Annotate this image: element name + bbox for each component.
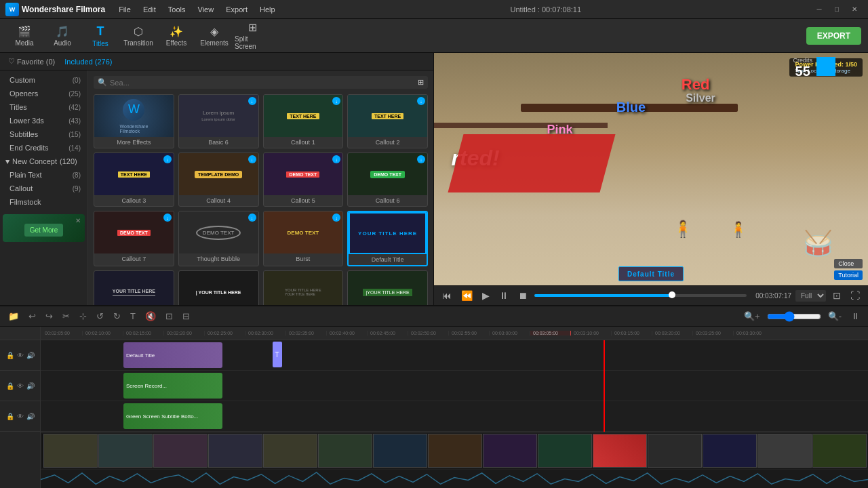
menu-help[interactable]: Help bbox=[254, 4, 281, 15]
thumb-lower-3[interactable]: YOUR TITLE HEREYOUR TITLE HERE bbox=[263, 270, 344, 305]
tool-transition[interactable]: ⬡ Transition bbox=[121, 21, 156, 51]
tl-split-clip[interactable]: ⊡ bbox=[163, 310, 176, 323]
thumb-more-effects[interactable]: W WondershareFilmstock More Effects bbox=[94, 94, 174, 148]
cat-plain-text[interactable]: Plain Text (8) bbox=[0, 168, 87, 182]
tool-media[interactable]: 🎬 Media bbox=[7, 21, 42, 51]
cat-custom[interactable]: Custom (0) bbox=[0, 73, 87, 87]
thumb-callout-4[interactable]: ↓ TEMPLATE DEMO Callout 4 bbox=[178, 152, 259, 207]
tl-zoom-in[interactable]: 🔍+ bbox=[741, 310, 763, 323]
track-eye-icon-2[interactable]: 👁 bbox=[17, 382, 24, 390]
cat-callout[interactable]: Callout (9) bbox=[0, 182, 87, 195]
tl-undo[interactable]: ↩ bbox=[26, 310, 39, 323]
thumbnail-grid: W WondershareFilmstock More Effects ↓ Lo… bbox=[94, 94, 428, 305]
clip-green-screen[interactable]: Green Screen Subtitle Botto... bbox=[123, 403, 222, 429]
cat-filmstock[interactable]: Filmstock bbox=[0, 195, 87, 209]
nav-included[interactable]: Included (276) bbox=[62, 56, 115, 67]
tl-redo[interactable]: ↪ bbox=[43, 310, 56, 323]
tl-add[interactable]: ⊹ bbox=[77, 310, 90, 323]
menu-tools[interactable]: Tools bbox=[163, 4, 191, 15]
track-lock-icon-2[interactable]: 🔒 bbox=[6, 382, 14, 390]
track-lock-icon-3[interactable]: 🔒 bbox=[6, 413, 14, 420]
nav-favorite[interactable]: ♡ Favorite (0) bbox=[5, 56, 58, 67]
progress-bar[interactable] bbox=[534, 294, 747, 297]
tl-text[interactable]: T bbox=[127, 310, 138, 323]
tutorial-button[interactable]: Tutorial bbox=[834, 270, 863, 280]
thumb-callout-7[interactable]: ↓ DEMO TEXT Callout 7 bbox=[94, 211, 174, 266]
ruler-mark: 00:03:30:00 bbox=[734, 331, 774, 336]
thumb-callout-5[interactable]: ↓ DEMO TEXT Callout 5 bbox=[263, 152, 344, 207]
ruler-marks-container: 00:02:05:00 00:02:10:00 00:02:15:00 00:0… bbox=[42, 331, 867, 336]
download-badge: ↓ bbox=[332, 97, 340, 105]
tool-effects[interactable]: ✨ Effects bbox=[159, 21, 194, 51]
grid-view-icon[interactable]: ⊞ bbox=[418, 78, 424, 87]
cat-lower3ds-count: (43) bbox=[68, 117, 81, 125]
tool-split-screen[interactable]: ⊞ Split Screen bbox=[235, 21, 270, 51]
thumb-callout-6[interactable]: ↓ DEMO TEXT Callout 6 bbox=[347, 152, 428, 207]
close-button[interactable]: ✕ bbox=[846, 3, 863, 16]
maximize-button[interactable]: □ bbox=[829, 3, 845, 16]
cat-openers[interactable]: Openers (25) bbox=[0, 87, 87, 100]
promo-close-button[interactable]: ✕ bbox=[75, 217, 81, 224]
clip-default-title[interactable]: Default Title bbox=[123, 342, 222, 368]
menu-edit[interactable]: Edit bbox=[138, 4, 161, 15]
play-button[interactable]: ▶ bbox=[479, 289, 492, 302]
tl-remove[interactable]: ⊟ bbox=[180, 310, 193, 323]
thumb-img-callout-6: ↓ DEMO TEXT bbox=[348, 153, 427, 195]
track-eye-icon-3[interactable]: 👁 bbox=[17, 413, 24, 420]
thumb-callout-1[interactable]: ↓ TEXT HERE Callout 1 bbox=[263, 94, 344, 148]
tool-audio[interactable]: 🎵 Audio bbox=[45, 21, 80, 51]
tl-repeat[interactable]: ↻ bbox=[111, 310, 123, 323]
ruler-mark: 00:02:05:00 bbox=[42, 331, 83, 336]
menu-view[interactable]: View bbox=[193, 4, 220, 15]
thumb-basic-6[interactable]: ↓ Lorem ipsumLorem ipsum dolor Basic 6 bbox=[178, 94, 259, 148]
track-audio-icon-2[interactable]: 🔊 bbox=[26, 382, 35, 390]
tl-mute[interactable]: 🔇 bbox=[142, 310, 159, 323]
thumb-lower-2[interactable]: | YOUR TITLE HERE bbox=[178, 270, 259, 305]
export-button[interactable]: EXPORT bbox=[806, 27, 861, 45]
cat-new-concept[interactable]: ▶ New Concept (120) bbox=[0, 155, 87, 168]
play-prev-button[interactable]: ⏪ bbox=[458, 289, 475, 302]
cat-subtitles[interactable]: Subtitles (15) bbox=[0, 127, 87, 141]
cat-end-credits[interactable]: End Credits (14) bbox=[0, 141, 87, 155]
cat-lower3ds[interactable]: Lower 3ds (43) bbox=[0, 114, 87, 127]
close-overlay-button[interactable]: Close bbox=[834, 259, 863, 268]
download-badge: ↓ bbox=[163, 155, 172, 163]
thumb-burst[interactable]: ↓ DEMO TEXT Burst bbox=[263, 211, 344, 266]
menu-export[interactable]: Export bbox=[220, 4, 253, 15]
skip-back-button[interactable]: ⏮ bbox=[439, 289, 454, 302]
track-eye-icon[interactable]: 👁 bbox=[17, 352, 24, 359]
thumb-lower-1[interactable]: YOUR TITLE HERE bbox=[94, 270, 174, 305]
fit-button[interactable]: ⊡ bbox=[830, 289, 844, 302]
tl-zoom-slider[interactable] bbox=[767, 311, 821, 322]
track-audio-icon-3[interactable]: 🔊 bbox=[26, 413, 35, 420]
clip-screen-record[interactable]: Screen Record... bbox=[123, 373, 222, 399]
tl-cut[interactable]: ✂ bbox=[60, 310, 73, 323]
timeline-tracks[interactable]: 00:02:05:00 00:02:10:00 00:02:15:00 00:0… bbox=[41, 327, 868, 488]
stop-button[interactable]: ⏹ bbox=[515, 289, 530, 302]
tl-loop[interactable]: ↺ bbox=[94, 310, 106, 323]
tool-titles[interactable]: T Titles bbox=[83, 21, 118, 51]
thumb-callout-2[interactable]: ↓ TEXT HERE Callout 2 bbox=[347, 94, 428, 148]
menu-file[interactable]: File bbox=[113, 4, 136, 15]
thumb-thought-bubble[interactable]: ↓ DEMO TEXT Thought Bubble bbox=[178, 211, 259, 266]
thumb-default-title[interactable]: YOUR TITLE HERE Default Title bbox=[347, 211, 428, 266]
thumb-callout-3[interactable]: ↓ TEXT HERE Callout 3 bbox=[94, 152, 174, 207]
track-lock-icon[interactable]: 🔒 bbox=[6, 352, 14, 359]
fullscreen-button[interactable]: ⛶ bbox=[848, 289, 863, 302]
cat-titles[interactable]: Titles (42) bbox=[0, 100, 87, 114]
thumb-img-thought-bubble: ↓ DEMO TEXT bbox=[179, 211, 258, 253]
tl-zoom-out[interactable]: 🔍- bbox=[825, 310, 844, 323]
tool-elements[interactable]: ◈ Elements bbox=[197, 21, 232, 51]
quality-select[interactable]: Full 1/2 1/4 bbox=[795, 290, 826, 302]
tl-play-controls[interactable]: ⏸ bbox=[848, 310, 863, 323]
pause-button[interactable]: ⏸ bbox=[496, 289, 511, 302]
thumb-lower-4[interactable]: |YOUR TITLE HERE bbox=[347, 270, 428, 305]
track-audio-icon[interactable]: 🔊 bbox=[26, 352, 35, 359]
tl-add-media[interactable]: 📁 bbox=[5, 310, 22, 323]
progress-thumb[interactable] bbox=[669, 291, 675, 298]
search-input[interactable] bbox=[110, 79, 415, 87]
film-thumb-8 bbox=[428, 434, 482, 468]
minimize-button[interactable]: ─ bbox=[811, 3, 827, 16]
t-marker[interactable]: T bbox=[273, 342, 282, 367]
get-more-button[interactable]: Get More bbox=[24, 224, 64, 237]
